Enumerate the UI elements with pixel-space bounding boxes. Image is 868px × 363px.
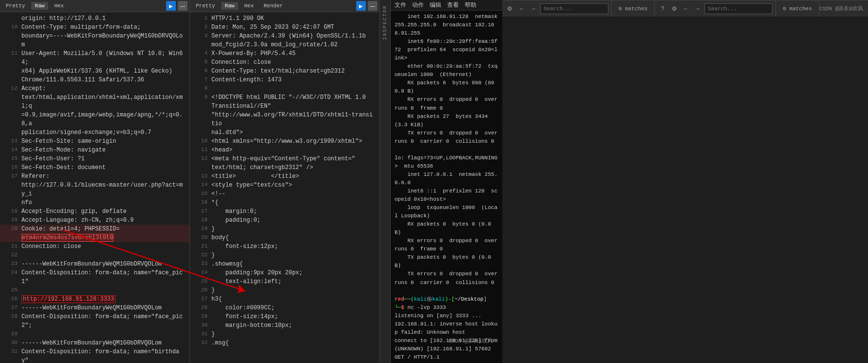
line-item: 18 Accept-Encoding: gzip, deflate — [0, 207, 189, 216]
tab-hex-mid[interactable]: Hex — [240, 2, 258, 10]
terminal-line: TX errors 0 dropped 0 overruns 0 carrier… — [395, 270, 498, 287]
line-item: 29 font-size:14px; — [190, 312, 379, 321]
line-item: "http://www.w3.org/TR/xhtml1/DTD/xhtml1-… — [190, 111, 379, 137]
left-matches-section: 0 matches — [612, 0, 655, 17]
terminal-line: listening on [any] 3333 ... — [395, 312, 498, 320]
menu-help[interactable]: 帮助 — [465, 1, 476, 9]
line-item-cookie: 20 Cookie: detail=4; PHPSESSID=etm4nrm2m… — [0, 225, 189, 242]
line-item: 19 Accept-Language: zh-CN, zh;q=0.9 — [0, 216, 189, 225]
line-item: 9 <!DOCTYPE html PUBLIC "-//W3C//DTD XHT… — [190, 93, 379, 111]
terminal-line: TX errors 0 dropped 0 overruns 0 carrier… — [395, 129, 498, 146]
line-item: 16 *{ — [190, 198, 379, 207]
middle-panel-tabs: Pretty Raw Hex Render ▶ — — [190, 0, 379, 12]
line-item: 5 Connection: close — [190, 58, 379, 67]
terminal-line: RX errors 0 dropped 0 overruns 0 frame 0 — [395, 96, 498, 112]
line-item: 8 — [190, 84, 379, 93]
tab-pretty-mid[interactable]: Pretty — [192, 2, 219, 10]
line-item: 23 .showmsg{ — [190, 260, 379, 268]
line-item: 20 body{ — [190, 233, 379, 242]
terminal-line — [395, 287, 498, 295]
line-item: 15 Sec-Fetch-User: ?1 — [0, 154, 189, 163]
mid-help-btn[interactable]: ? — [658, 4, 667, 14]
terminal-line: inet6 fe80::20c:29ff:feaa:5f72 prefixlen… — [395, 38, 498, 62]
tab-hex-left[interactable]: Hex — [50, 2, 68, 10]
mid-matches-count: 0 matches — [779, 6, 815, 12]
line-item: 27 ------WebKitFormBoundaryWeQM1G0bDRVQO… — [0, 304, 189, 312]
line-item: 14 <style type="text/css"> — [190, 181, 379, 190]
line-item: 25 text-align:left; — [190, 277, 379, 286]
line-item: 12 Accept:text/html,application/xhtml+xm… — [0, 84, 189, 137]
mid-matches-section: 0 matches — [776, 0, 819, 17]
line-item: 21 font-size:12px; — [190, 242, 379, 251]
line-item: 6 Content-Type: text/html;charset=gb2312 — [190, 67, 379, 76]
bottom-bar: ⚙ ← → 0 matches ? ⚙ ← → 0 matches CSDN @… — [502, 0, 868, 17]
terminal-prompt-1: red──(kali㉿kali)-[~/Desktop] — [395, 295, 498, 304]
tab-raw-left[interactable]: Raw — [31, 2, 49, 10]
line-item: 21 Connection: close — [0, 242, 189, 251]
terminal-line: inet 127.0.0.1 netmask 255.0.0.0 — [395, 171, 498, 187]
line-item: 31 } — [190, 330, 379, 339]
terminal-line — [395, 146, 498, 154]
line-item: 24 padding:9px 20px 20px; — [190, 268, 379, 277]
middle-panel: Pretty Raw Hex Render ▶ — 1 HTTP/1.1 200… — [190, 0, 380, 363]
line-item: 19 } — [190, 225, 379, 233]
terminal-line: GET / HTTP/1.1 — [395, 353, 498, 362]
terminal-line: 192.168.91.1: inverse host lookup failed… — [395, 320, 498, 337]
middle-panel-action-btn[interactable]: ▶ — [356, 1, 366, 11]
tab-raw-mid[interactable]: Raw — [221, 2, 239, 10]
line-item: 31 Content-Disposition: form-data; name=… — [0, 347, 189, 363]
left-settings-btn[interactable]: ⚙ — [505, 4, 515, 14]
terminal-line: RX packets 27 bytes 3434 (3.3 KiB) — [395, 113, 498, 129]
line-item: 7 Content-Length: 1473 — [190, 76, 379, 84]
line-item: 27 h3{ — [190, 295, 379, 304]
line-item: 10 <html xmlns="http://www.w3.org/1999/x… — [190, 137, 379, 146]
left-search-input[interactable] — [540, 3, 608, 14]
line-item: origin: http://127.0.0.1 — [0, 14, 189, 23]
left-panel-menu-btn[interactable]: — — [178, 1, 188, 11]
line-item: 22 } — [190, 251, 379, 260]
mid-search-input[interactable] — [704, 3, 773, 14]
left-panel-action-btn[interactable]: ▶ — [166, 1, 176, 11]
mid-search-section: ? ⚙ ← → — [655, 0, 776, 17]
inspector-strip: INSPECTOR — [380, 0, 391, 363]
terminal-line: RX errors 0 dropped 0 overruns 0 frame 0 — [395, 237, 498, 253]
line-item: 10 Content-Type: multipart/form-data;bou… — [0, 23, 189, 49]
line-item: 1 HTTP/1.1 200 OK — [190, 14, 379, 23]
mid-prev-btn[interactable]: ← — [681, 4, 691, 14]
line-item: 28 color:#0099CC; — [190, 304, 379, 312]
line-item: 17 margin:0; — [190, 207, 379, 216]
menu-action[interactable]: 动作 — [412, 1, 424, 9]
terminal-menubar: 文件 动作 编辑 查看 帮助 — [391, 0, 502, 11]
line-item: 2 Date: Mon, 25 Sep 2023 02:42:07 GMT — [190, 23, 379, 32]
line-item: 22 — [0, 251, 189, 260]
middle-panel-content: 1 HTTP/1.1 200 OK 2 Date: Mon, 25 Sep 20… — [190, 12, 379, 363]
terminal-line: inet6 ::1 prefixlen 128 scopeid 0x10<hos… — [395, 187, 498, 204]
left-panel: Pretty Raw Hex ▶ — origin: http://127.0.… — [0, 0, 190, 363]
left-search-section: ⚙ ← → — [502, 0, 612, 17]
watermark-text: CSDN @添衣&吹风 — [449, 337, 497, 344]
watermark-bottom: CSDN @添衣&吹风 — [819, 0, 868, 17]
line-item: 14 Sec-Fetch-Mode: navigate — [0, 146, 189, 154]
mid-next-btn[interactable]: → — [693, 4, 702, 14]
line-item: 23 ------WebKitFormBoundaryWeQM1G0bDRVQO… — [0, 260, 189, 268]
line-item: 17 Referer:http://127.0.0.1/bluecms-mast… — [0, 172, 189, 207]
left-next-btn[interactable]: → — [528, 4, 538, 14]
menu-edit[interactable]: 编辑 — [430, 1, 441, 9]
terminal-line: loop txqueuelen 1000 (Local Loopback) — [395, 204, 498, 220]
left-panel-content: origin: http://127.0.0.1 10 Content-Type… — [0, 12, 189, 363]
line-item: 32 .msg{ — [190, 339, 379, 347]
line-item: 30 margin-bottom:10px; — [190, 321, 379, 330]
line-item: 3 Server: Apache/2.4.39 (Win64) OpenSSL/… — [190, 32, 379, 49]
menu-file[interactable]: 文件 — [395, 1, 406, 9]
tab-pretty-left[interactable]: Pretty — [2, 2, 29, 10]
left-prev-btn[interactable]: ← — [517, 4, 527, 14]
line-item: 11 <head> — [190, 146, 379, 154]
inspector-label: INSPECTOR — [382, 5, 388, 40]
menu-view[interactable]: 查看 — [447, 1, 459, 9]
left-panel-tabs: Pretty Raw Hex ▶ — — [0, 0, 189, 12]
terminal-line: inet 192.168.91.128 netmask 255.255.255.… — [395, 13, 498, 38]
line-item: 15 <!-- — [190, 190, 379, 198]
tab-render-mid[interactable]: Render — [260, 2, 287, 10]
mid-settings-btn[interactable]: ⚙ — [669, 4, 679, 14]
middle-panel-menu-btn[interactable]: — — [368, 1, 377, 11]
